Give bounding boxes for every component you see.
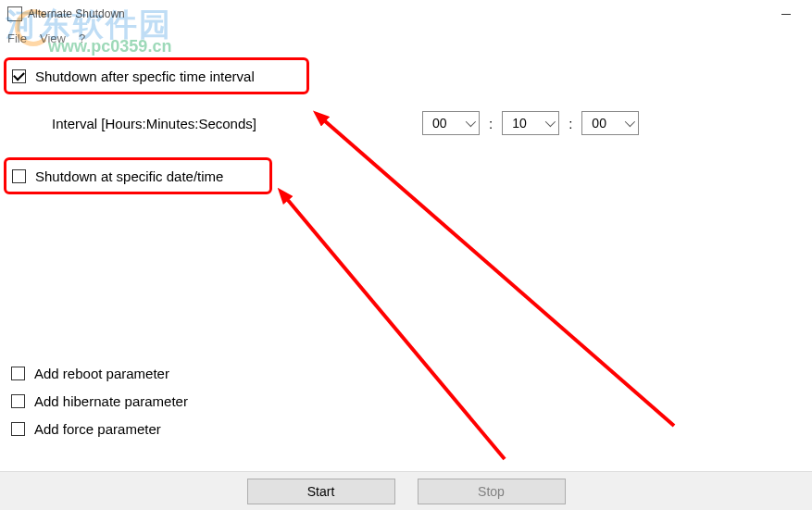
menu-view[interactable]: View — [40, 31, 66, 45]
minimize-button[interactable] — [768, 3, 805, 25]
window-title: Alternate Shutdown — [28, 7, 768, 20]
checkbox-shutdown-interval-label: Shutdown after specfic time interval — [35, 68, 255, 84]
colon-separator: : — [489, 116, 493, 131]
start-button[interactable]: Start — [247, 479, 395, 504]
titlebar: Alternate Shutdown — [0, 0, 812, 28]
select-minutes[interactable]: 10 — [502, 111, 559, 135]
stop-button[interactable]: Stop — [418, 479, 566, 504]
highlight-box-interval: Shutdown after specfic time interval — [4, 57, 309, 94]
chevron-down-icon — [625, 117, 635, 127]
checkbox-hibernate-label: Add hibernate parameter — [34, 393, 188, 409]
chevron-down-icon — [545, 117, 556, 127]
checkbox-reboot[interactable] — [11, 367, 25, 380]
footer: Start Stop — [0, 471, 812, 510]
highlight-box-datetime: Shutdown at specific date/time — [4, 157, 272, 194]
svg-line-2 — [287, 199, 505, 459]
select-hours[interactable]: 00 — [422, 111, 480, 135]
checkbox-force-label: Add force parameter — [34, 421, 161, 437]
menu-file[interactable]: File — [7, 31, 27, 45]
checkbox-reboot-label: Add reboot parameter — [34, 366, 169, 381]
checkbox-shutdown-datetime[interactable] — [12, 169, 26, 183]
menu-help[interactable]: ? — [79, 31, 85, 45]
colon-separator: : — [568, 116, 572, 131]
checkbox-hibernate[interactable] — [11, 394, 25, 408]
app-icon — [7, 6, 22, 21]
checkbox-force[interactable] — [11, 422, 25, 436]
checkbox-shutdown-interval[interactable] — [12, 69, 26, 83]
parameters-group: Add reboot parameter Add hibernate param… — [11, 359, 188, 442]
select-seconds[interactable]: 00 — [581, 111, 639, 135]
checkbox-shutdown-datetime-label: Shutdown at specific date/time — [35, 168, 223, 184]
interval-label: Interval [Hours:Minutes:Seconds] — [52, 116, 404, 131]
chevron-down-icon — [466, 117, 476, 127]
menubar: File View ? — [0, 28, 812, 48]
